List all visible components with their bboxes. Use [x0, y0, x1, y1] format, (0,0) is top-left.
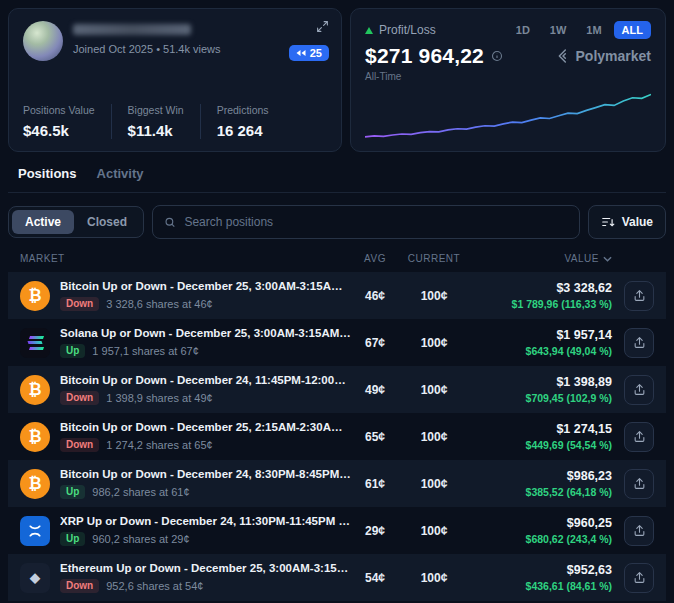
boost-badge[interactable]: 25 [289, 45, 329, 61]
pnl-label-row: Profit/Loss [365, 23, 436, 37]
bitcoin-asset-icon: ₿ [20, 375, 50, 405]
table-header: MARKET AVG CURRENT VALUE [8, 245, 666, 272]
pnl-label: Profit/Loss [379, 23, 436, 37]
position-row[interactable]: ₿Bitcoin Up or Down - December 25, 2:15A… [8, 413, 666, 460]
export-button[interactable] [624, 281, 654, 311]
pnl-period: All-Time [365, 71, 651, 82]
export-icon [633, 524, 646, 537]
top-section: 25 Joined Oct 2025 • 51.4k views Positio… [8, 8, 666, 152]
info-icon[interactable] [491, 50, 503, 62]
market-title[interactable]: Bitcoin Up or Down - December 25, 2:15AM… [60, 421, 352, 433]
pnl-line [365, 94, 651, 136]
solana-icon [28, 336, 42, 350]
header-market[interactable]: MARKET [20, 253, 352, 264]
header-avg[interactable]: AVG [352, 253, 398, 264]
current-cell: 100¢ [398, 430, 470, 444]
export-icon [633, 336, 646, 349]
positions-toolbar: Active Closed Value [8, 205, 666, 239]
header-current[interactable]: CURRENT [398, 253, 470, 264]
polymarket-logo-icon [554, 48, 570, 64]
profile-page: 25 Joined Oct 2025 • 51.4k views Positio… [0, 0, 674, 603]
export-button[interactable] [624, 375, 654, 405]
header-value[interactable]: VALUE [470, 253, 612, 264]
pnl-cell: $436,61 (84,61 %) [470, 580, 612, 592]
pnl-chart [365, 86, 651, 141]
polymarket-wordmark: Polymarket [576, 48, 651, 64]
shares-text: 986,2 shares at 61¢ [92, 486, 189, 498]
pnl-cell: $385,52 (64,18 %) [470, 486, 612, 498]
export-button[interactable] [624, 422, 654, 452]
tab-activity[interactable]: Activity [97, 166, 144, 192]
current-cell: 100¢ [398, 289, 470, 303]
direction-badge: Down [60, 579, 99, 593]
filter-closed-button[interactable]: Closed [74, 210, 140, 234]
shares-text: 952,6 shares at 54¢ [106, 580, 203, 592]
profile-stat: Positions Value$46.5k [23, 104, 112, 139]
pnl-cell: $1 789,96 (116,33 %) [470, 298, 612, 310]
bitcoin-icon: ₿ [28, 428, 41, 446]
value-cell: $1 957,14 [470, 328, 612, 342]
export-icon [633, 430, 646, 443]
market-title[interactable]: Solana Up or Down - December 25, 3:00AM-… [60, 327, 352, 339]
polymarket-brand: Polymarket [554, 48, 651, 64]
export-icon [633, 571, 646, 584]
avg-cell: 29¢ [352, 524, 398, 538]
range-button-1w[interactable]: 1W [542, 21, 575, 39]
avg-cell: 65¢ [352, 430, 398, 444]
pnl-cell: $680,62 (243,4 %) [470, 533, 612, 545]
direction-badge: Up [60, 344, 85, 358]
value-sort-button[interactable]: Value [588, 205, 666, 239]
range-button-1d[interactable]: 1D [508, 21, 538, 39]
tabs: PositionsActivity [8, 152, 666, 193]
solana-asset-icon [20, 328, 50, 358]
market-title[interactable]: Bitcoin Up or Down - December 24, 11:45P… [60, 374, 352, 386]
stat-value: $46.5k [23, 122, 95, 139]
pnl-value: $271 964,22 [365, 44, 484, 68]
shares-text: 1 398,9 shares at 49¢ [106, 392, 212, 404]
pnl-cell: $709,45 (102,9 %) [470, 392, 612, 404]
avg-cell: 46¢ [352, 289, 398, 303]
export-button[interactable] [624, 516, 654, 546]
xrp-icon [28, 524, 42, 538]
avg-cell: 49¢ [352, 383, 398, 397]
shares-text: 3 328,6 shares at 46¢ [106, 298, 212, 310]
header-value-label: VALUE [564, 253, 599, 264]
market-title[interactable]: XRP Up or Down - December 24, 11:30PM-11… [60, 515, 352, 527]
export-button[interactable] [624, 328, 654, 358]
position-row[interactable]: ₿Bitcoin Up or Down - December 24, 8:30P… [8, 460, 666, 507]
expand-icon[interactable] [316, 20, 329, 36]
stat-label: Predictions [217, 104, 269, 116]
xrp-asset-icon [20, 516, 50, 546]
stat-value: $11.4k [128, 122, 184, 139]
bitcoin-asset-icon: ₿ [20, 422, 50, 452]
direction-badge: Down [60, 391, 99, 405]
market-title[interactable]: Bitcoin Up or Down - December 25, 3:00AM… [60, 280, 352, 292]
search-input[interactable] [184, 215, 567, 229]
filter-active-button[interactable]: Active [12, 210, 74, 234]
range-buttons: 1D1W1MALL [508, 21, 651, 39]
range-button-1m[interactable]: 1M [578, 21, 609, 39]
market-title[interactable]: Ethereum Up or Down - December 25, 3:00A… [60, 562, 352, 574]
profile-card: 25 Joined Oct 2025 • 51.4k views Positio… [8, 8, 342, 152]
up-triangle-icon [365, 27, 373, 34]
tab-positions[interactable]: Positions [18, 166, 77, 192]
position-row[interactable]: ◆Ethereum Up or Down - December 25, 3:00… [8, 554, 666, 601]
value-cell: $960,25 [470, 516, 612, 530]
shares-text: 1 957,1 shares at 67¢ [92, 345, 198, 357]
position-row[interactable]: Solana Up or Down - December 25, 3:00AM-… [8, 319, 666, 366]
current-cell: 100¢ [398, 571, 470, 585]
positions-table-body: ₿Bitcoin Up or Down - December 25, 3:00A… [8, 272, 666, 601]
range-button-all[interactable]: ALL [614, 21, 651, 39]
pnl-value-wrap: $271 964,22 [365, 44, 503, 68]
position-row[interactable]: ₿Bitcoin Up or Down - December 24, 11:45… [8, 366, 666, 413]
avatar[interactable] [23, 21, 63, 61]
market-title[interactable]: Bitcoin Up or Down - December 24, 8:30PM… [60, 468, 352, 480]
profile-stats: Positions Value$46.5kBiggest Win$11.4kPr… [23, 104, 327, 139]
export-button[interactable] [624, 469, 654, 499]
direction-badge: Up [60, 485, 85, 499]
profile-stat: Predictions16 264 [217, 104, 285, 139]
export-button[interactable] [624, 563, 654, 593]
position-row[interactable]: ₿Bitcoin Up or Down - December 25, 3:00A… [8, 272, 666, 319]
search-icon [164, 216, 176, 229]
position-row[interactable]: XRP Up or Down - December 24, 11:30PM-11… [8, 507, 666, 554]
